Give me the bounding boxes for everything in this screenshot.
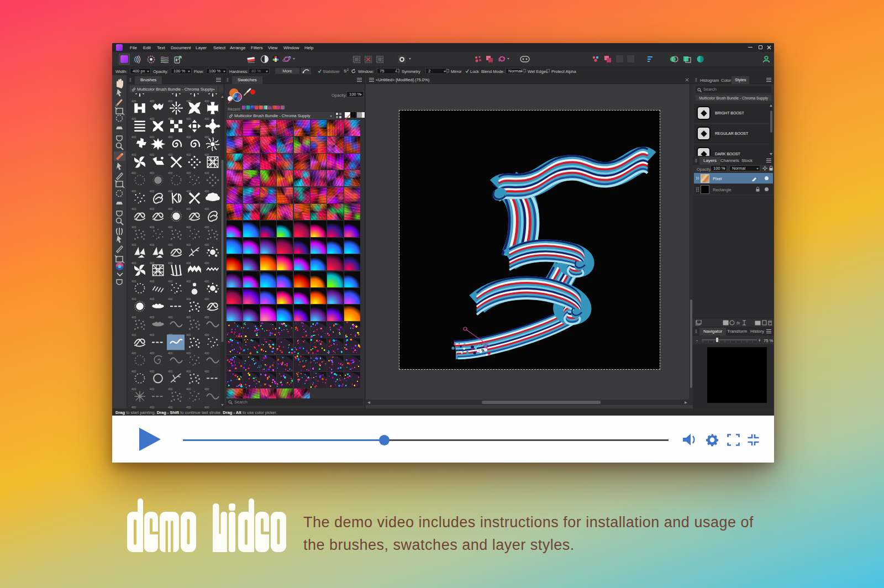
svg-text:400: 400 xyxy=(204,297,209,301)
svg-text:400: 400 xyxy=(168,99,173,103)
svg-text:400: 400 xyxy=(131,387,136,391)
svg-text:400: 400 xyxy=(150,243,155,246)
svg-text:400: 400 xyxy=(131,207,136,211)
svg-text:400: 400 xyxy=(186,153,191,156)
svg-text:400: 400 xyxy=(131,153,136,156)
svg-text:400: 400 xyxy=(204,117,209,120)
svg-text:400: 400 xyxy=(150,99,155,103)
svg-text:400: 400 xyxy=(168,171,173,175)
svg-text:400: 400 xyxy=(204,351,209,355)
svg-text:400: 400 xyxy=(150,370,155,373)
svg-text:400: 400 xyxy=(150,153,155,156)
svg-text:400: 400 xyxy=(168,135,173,139)
svg-text:400: 400 xyxy=(168,207,173,211)
svg-text:400: 400 xyxy=(186,297,191,301)
svg-text:400: 400 xyxy=(150,387,155,391)
svg-text:400: 400 xyxy=(131,351,136,355)
svg-text:400: 400 xyxy=(168,387,173,391)
svg-text:400: 400 xyxy=(186,171,191,175)
svg-text:400: 400 xyxy=(168,261,173,265)
svg-text:400: 400 xyxy=(131,117,136,120)
svg-text:400: 400 xyxy=(186,261,191,265)
svg-text:400: 400 xyxy=(131,370,136,373)
svg-text:400: 400 xyxy=(131,190,136,193)
svg-text:400: 400 xyxy=(168,351,173,355)
svg-text:400: 400 xyxy=(168,280,173,283)
svg-text:400: 400 xyxy=(204,370,209,373)
svg-text:400: 400 xyxy=(204,280,209,283)
svg-text:400: 400 xyxy=(186,207,191,211)
svg-text:400: 400 xyxy=(150,135,155,139)
svg-text:400: 400 xyxy=(168,225,173,229)
svg-text:400: 400 xyxy=(168,117,173,120)
svg-text:400: 400 xyxy=(150,117,155,120)
svg-text:400: 400 xyxy=(204,261,209,265)
svg-text:400: 400 xyxy=(131,225,136,229)
svg-text:400: 400 xyxy=(150,316,155,319)
svg-text:400: 400 xyxy=(150,297,155,301)
svg-text:400: 400 xyxy=(131,99,136,103)
svg-text:400: 400 xyxy=(204,190,209,193)
svg-text:400: 400 xyxy=(131,280,136,283)
svg-text:400: 400 xyxy=(150,333,155,337)
svg-text:400: 400 xyxy=(204,225,209,229)
svg-text:400: 400 xyxy=(168,190,173,193)
svg-text:400: 400 xyxy=(186,316,191,319)
svg-text:400: 400 xyxy=(168,297,173,301)
svg-text:400: 400 xyxy=(186,243,191,246)
svg-text:400: 400 xyxy=(168,370,173,373)
svg-text:400: 400 xyxy=(131,243,136,246)
svg-text:400: 400 xyxy=(131,261,136,265)
svg-text:400: 400 xyxy=(131,171,136,175)
svg-text:400: 400 xyxy=(150,207,155,211)
svg-text:400: 400 xyxy=(186,99,191,103)
svg-text:400: 400 xyxy=(131,333,136,337)
svg-text:400: 400 xyxy=(204,316,209,319)
svg-text:400: 400 xyxy=(150,171,155,175)
svg-text:400: 400 xyxy=(186,135,191,139)
svg-text:400: 400 xyxy=(186,387,191,391)
svg-text:400: 400 xyxy=(186,351,191,355)
svg-text:400: 400 xyxy=(186,370,191,373)
svg-text:400: 400 xyxy=(150,351,155,355)
svg-text:400: 400 xyxy=(186,225,191,229)
svg-text:fx: fx xyxy=(736,321,740,326)
svg-text:400: 400 xyxy=(204,387,209,391)
svg-text:400: 400 xyxy=(186,190,191,193)
svg-text:400: 400 xyxy=(204,243,209,246)
svg-text:400: 400 xyxy=(168,316,173,319)
svg-text:400: 400 xyxy=(204,99,209,103)
svg-text:400: 400 xyxy=(168,243,173,246)
svg-text:400: 400 xyxy=(204,333,209,337)
svg-text:400: 400 xyxy=(204,153,209,156)
svg-text:400: 400 xyxy=(186,280,191,283)
svg-text:400: 400 xyxy=(150,280,155,283)
svg-text:400: 400 xyxy=(186,333,191,337)
svg-text:400: 400 xyxy=(150,190,155,193)
svg-text:400: 400 xyxy=(131,297,136,301)
svg-text:400: 400 xyxy=(150,261,155,265)
svg-text:400: 400 xyxy=(204,135,209,139)
svg-text:400: 400 xyxy=(131,316,136,319)
svg-text:400: 400 xyxy=(131,135,136,139)
svg-text:400: 400 xyxy=(186,117,191,120)
svg-text:400: 400 xyxy=(204,207,209,211)
svg-text:400: 400 xyxy=(150,225,155,229)
svg-text:400: 400 xyxy=(168,153,173,156)
svg-text:400: 400 xyxy=(204,171,209,175)
